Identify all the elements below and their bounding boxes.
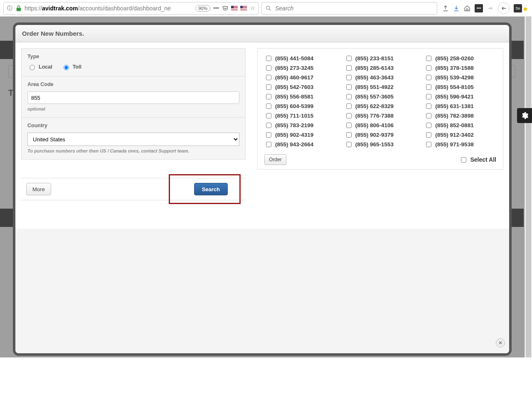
number-item[interactable]: (855) 776-7388 — [345, 112, 416, 120]
number-item[interactable]: (855) 912-3402 — [424, 131, 496, 139]
number-checkbox[interactable] — [346, 84, 352, 90]
number-item[interactable]: (855) 460-9617 — [264, 74, 336, 81]
areacode-input[interactable] — [27, 91, 239, 104]
home-icon[interactable] — [464, 5, 470, 12]
download-icon[interactable] — [453, 5, 460, 12]
number-checkbox[interactable] — [266, 113, 271, 118]
number-label: (855) 943-2664 — [275, 141, 313, 148]
country-select[interactable]: United States — [27, 133, 239, 146]
settings-side-tab[interactable] — [517, 108, 532, 123]
number-checkbox[interactable] — [426, 56, 431, 61]
back-icon[interactable] — [498, 2, 510, 14]
number-label: (855) 596-9421 — [435, 94, 473, 100]
select-all[interactable]: Select All — [459, 156, 496, 164]
number-checkbox[interactable] — [266, 142, 271, 147]
number-item[interactable]: (855) 902-4319 — [264, 131, 336, 139]
number-checkbox[interactable] — [426, 123, 431, 128]
vertical-scrollbar[interactable] — [525, 17, 532, 357]
number-label: (855) 463-3643 — [355, 74, 394, 81]
number-label: (855) 631-1381 — [435, 103, 473, 109]
number-checkbox[interactable] — [426, 113, 431, 118]
url-bar[interactable]: ⓘ https://avidtrak.com/accounts/dashboar… — [3, 2, 259, 15]
number-item[interactable]: (855) 539-4298 — [424, 74, 496, 81]
number-item[interactable]: (855) 782-3898 — [424, 112, 496, 120]
number-item[interactable]: (855) 711-1015 — [264, 112, 336, 120]
number-checkbox[interactable] — [346, 142, 352, 147]
number-item[interactable]: (855) 631-1381 — [424, 102, 496, 110]
more-icon[interactable]: ••• — [213, 5, 219, 12]
number-checkbox[interactable] — [426, 75, 431, 80]
number-label: (855) 554-8105 — [435, 84, 473, 90]
number-item[interactable]: (855) 441-5084 — [264, 54, 336, 62]
number-checkbox[interactable] — [266, 65, 271, 71]
number-item[interactable]: (855) 783-2199 — [264, 121, 336, 129]
number-item[interactable]: (855) 542-7603 — [264, 83, 336, 91]
radio-toll[interactable] — [64, 65, 69, 70]
ext-icon-1[interactable]: ••• — [475, 4, 483, 12]
number-item[interactable]: (855) 971-9538 — [424, 140, 496, 148]
flag-icon-1[interactable] — [231, 6, 238, 10]
number-checkbox[interactable] — [346, 103, 352, 109]
number-label: (855) 539-4298 — [435, 74, 473, 81]
zoom-badge[interactable]: 90% — [195, 5, 210, 12]
pocket-icon[interactable] — [222, 5, 229, 12]
number-item[interactable]: (855) 622-8329 — [345, 102, 416, 110]
number-item[interactable]: (855) 463-3643 — [345, 74, 416, 81]
number-checkbox[interactable] — [266, 123, 271, 128]
type-option-toll[interactable]: Toll — [62, 64, 81, 70]
number-checkbox[interactable] — [346, 132, 352, 138]
upload-icon[interactable] — [442, 5, 449, 12]
number-checkbox[interactable] — [266, 56, 271, 61]
number-item[interactable]: (855) 596-9421 — [424, 93, 496, 101]
browser-search-input[interactable] — [274, 5, 433, 12]
number-checkbox[interactable] — [426, 84, 431, 90]
search-highlight-box: Search — [169, 174, 241, 204]
number-item[interactable]: (855) 556-8581 — [264, 93, 336, 101]
type-option-local[interactable]: Local — [27, 64, 52, 70]
forward-icon[interactable] — [487, 5, 494, 12]
number-checkbox[interactable] — [266, 103, 271, 109]
number-checkbox[interactable] — [266, 132, 271, 138]
number-checkbox[interactable] — [266, 84, 271, 90]
number-checkbox[interactable] — [426, 103, 431, 109]
ext-icon-se[interactable]: Se — [514, 4, 522, 12]
number-checkbox[interactable] — [346, 56, 352, 61]
number-label: (855) 852-0881 — [435, 122, 473, 128]
number-checkbox[interactable] — [346, 123, 352, 128]
more-button[interactable]: More — [26, 183, 51, 195]
number-checkbox[interactable] — [426, 132, 431, 138]
number-item[interactable]: (855) 852-0881 — [424, 121, 496, 129]
number-item[interactable]: (855) 604-5399 — [264, 102, 336, 110]
search-button[interactable]: Search — [194, 183, 228, 195]
info-icon[interactable]: ⓘ — [6, 5, 13, 12]
number-item[interactable]: (855) 965-1553 — [345, 140, 416, 148]
flag-icon-2[interactable] — [240, 6, 247, 10]
number-item[interactable]: (855) 378-1588 — [424, 64, 496, 72]
number-item[interactable]: (855) 273-3245 — [264, 64, 336, 72]
number-checkbox[interactable] — [346, 94, 352, 99]
browser-search[interactable] — [261, 2, 437, 15]
number-checkbox[interactable] — [346, 75, 352, 80]
select-all-checkbox[interactable] — [461, 157, 466, 163]
star-icon[interactable]: ☆ — [249, 5, 256, 12]
number-item[interactable]: (855) 258-0260 — [424, 54, 496, 62]
number-item[interactable]: (855) 554-8105 — [424, 83, 496, 91]
close-button[interactable]: ✕ — [496, 338, 505, 347]
number-item[interactable]: (855) 233-8151 — [345, 54, 416, 62]
number-item[interactable]: (855) 806-4106 — [345, 121, 416, 129]
number-checkbox[interactable] — [346, 65, 352, 71]
number-checkbox[interactable] — [266, 75, 271, 80]
number-checkbox[interactable] — [426, 142, 431, 147]
radio-local[interactable] — [30, 65, 35, 70]
number-checkbox[interactable] — [346, 113, 352, 118]
number-checkbox[interactable] — [266, 94, 271, 99]
order-button[interactable]: Order — [264, 154, 286, 165]
number-item[interactable]: (855) 557-3605 — [345, 93, 416, 101]
number-label: (855) 258-0260 — [435, 55, 473, 62]
number-checkbox[interactable] — [426, 65, 431, 71]
number-item[interactable]: (855) 943-2664 — [264, 140, 336, 148]
number-item[interactable]: (855) 285-6143 — [345, 64, 416, 72]
number-item[interactable]: (855) 551-4922 — [345, 83, 416, 91]
number-item[interactable]: (855) 902-9379 — [345, 131, 416, 139]
number-checkbox[interactable] — [426, 94, 431, 99]
